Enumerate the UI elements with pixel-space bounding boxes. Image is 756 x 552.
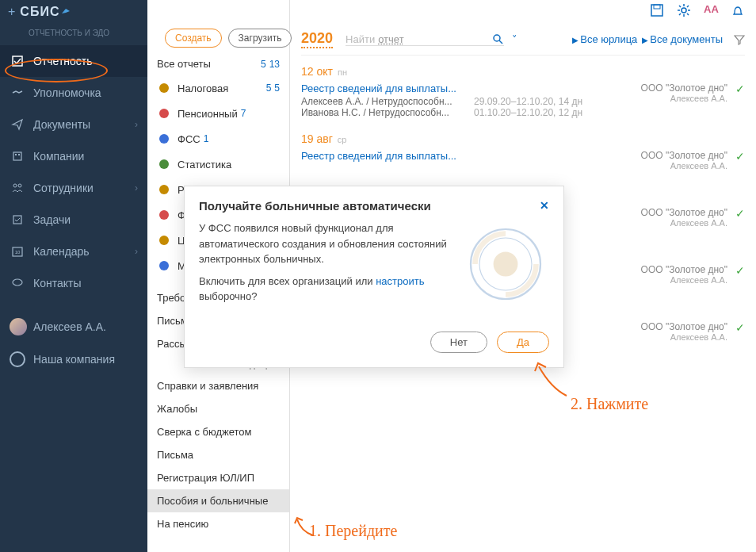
modal-text: У ФСС появился новый функционал для авто… [199,220,462,308]
cat-label: Налоговая [178,82,228,94]
agency-icon [157,233,171,247]
logo-area: + СБИС [0,0,147,24]
cat-item[interactable]: Налоговая55 [147,75,289,101]
svg-point-25 [494,252,518,277]
svg-point-11 [159,109,169,118]
chevron-right-icon: › [135,246,138,257]
cat-benefits[interactable]: Пособия и больничные [147,489,289,512]
report-icon [10,53,25,69]
sidebar-item-contacts[interactable]: Контакты [0,267,147,299]
cat-item[interactable]: Справки и заявления [147,374,289,397]
entry-person: Алексеев А.А. [641,332,727,342]
date-header: 12 октпн [301,65,745,78]
search-type: отчет [378,33,403,45]
sidebar-item-tasks[interactable]: Задачи [0,204,147,236]
entry-company: ООО "Золотое дно" [641,264,727,275]
svg-point-12 [159,134,169,144]
cat-label: ФСС [178,133,200,145]
entry-title: Реестр сведений для выплаты... [301,82,641,94]
svg-rect-6 [13,216,21,224]
bird-icon [61,7,71,17]
sidebar-item-companies[interactable]: Компании [0,140,147,172]
cat-item[interactable]: Пенсионный7 [147,101,289,126]
entry-company: ООО "Золотое дно" [641,207,727,218]
nav-label: Отчетность [33,55,93,67]
entry-company: ООО "Золотое дно" [641,150,727,161]
send-icon [10,117,25,132]
cat-item[interactable]: Статистика [147,151,289,177]
cat-item[interactable]: Письма [147,443,289,466]
plus-icon[interactable]: + [8,5,15,19]
nav-label: Сотрудники [33,182,94,194]
filter-docs[interactable]: ▶Все документы [642,33,723,45]
date-header: 19 авгср [301,132,745,145]
company-name: Наша компания [33,353,115,366]
svg-rect-18 [651,5,662,16]
handshake-icon [10,85,25,101]
report-entry[interactable]: Реестр сведений для выплаты...ООО "Золот… [301,145,745,175]
funnel-icon[interactable] [734,34,745,45]
year-selector[interactable]: 2020 [301,30,333,48]
sidebar: + СБИС ≡ ОТЧЕТНОСТЬ И ЭДО Отчетность Упо… [0,0,147,552]
filter-companies[interactable]: ▶Все юрлица [572,33,637,45]
app-subtitle: ОТЧЕТНОСТЬ И ЭДО [0,24,147,45]
count2: 7 [241,108,246,119]
sidebar-item-reports[interactable]: Отчетность [0,45,147,77]
create-button[interactable]: Создать [165,29,222,48]
font-size-icon[interactable]: AA [704,3,720,19]
user-name: Алексеев А.А. [33,320,106,333]
sidebar-item-calendar[interactable]: 10 Календарь › [0,236,147,267]
nav-label: Контакты [33,277,81,289]
count2: 5 [274,82,280,94]
entry-person: Алексеев А.А. [641,275,727,285]
check-icon: ✓ [735,150,745,163]
task-icon [10,212,25,228]
svg-point-21 [494,35,500,41]
cat-label: Пособия и больничные [157,495,268,507]
svg-rect-3 [18,154,20,155]
svg-point-10 [159,83,169,93]
cat-item[interactable]: Жалобы [147,397,289,420]
agency-icon [157,81,171,95]
check-icon: ✓ [735,207,745,220]
count-unread: 5 [261,59,266,70]
sidebar-company[interactable]: Наша компания [0,343,147,375]
svg-point-13 [159,159,169,169]
svg-text:10: 10 [15,250,21,255]
gear-icon[interactable] [677,3,693,19]
configure-link[interactable]: настроить [376,275,424,287]
chevron-down-icon[interactable]: ˅ [512,33,517,45]
nav-label: Календарь [33,245,90,258]
cat-item[interactable]: Сверка с бюджетом [147,420,289,443]
entry-company: ООО "Золотое дно" [641,321,727,332]
close-icon[interactable]: ✕ [540,199,549,213]
yes-button[interactable]: Да [497,332,549,353]
sidebar-user[interactable]: Алексеев А.А. [0,310,147,343]
agency-icon [157,259,171,273]
cat-label: Письма [157,449,193,461]
calendar-icon: 10 [10,243,25,259]
svg-line-22 [499,40,502,44]
report-entry[interactable]: Реестр сведений для выплаты...Алексеев А… [301,78,745,123]
svg-point-20 [682,8,686,13]
cat-pension[interactable]: На пенсию [147,512,289,535]
chevron-right-icon: › [135,182,138,194]
avatar [10,318,27,335]
svg-rect-0 [13,56,22,66]
search-icon[interactable] [491,33,504,45]
save-icon[interactable] [650,3,666,19]
cat-item[interactable]: Регистрация ЮЛ/ИП [147,466,289,489]
sidebar-item-auth[interactable]: Уполномочка [0,77,147,109]
annotation-step1: 1. Перейдите [309,522,397,540]
svg-point-16 [159,236,169,245]
cat-label: Регистрация ЮЛ/ИП [157,472,254,484]
search-input[interactable]: Найти отчет [346,33,504,46]
modal-title: Получайте больничные автоматически [199,199,431,213]
bell-icon[interactable] [731,3,746,19]
upload-button[interactable]: Загрузить [228,29,290,48]
cat-item[interactable]: ФСС1 [147,126,289,151]
sidebar-item-employees[interactable]: Сотрудники › [0,172,147,204]
svg-point-14 [159,185,169,194]
no-button[interactable]: Нет [430,332,487,353]
sidebar-item-docs[interactable]: Документы › [0,109,147,140]
